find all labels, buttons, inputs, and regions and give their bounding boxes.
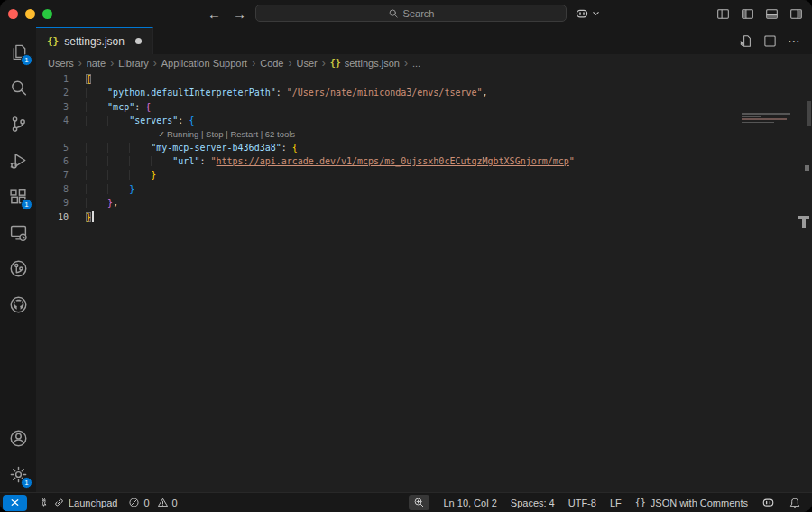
codelens-separator: | [258, 129, 265, 139]
remote-window-button[interactable] [3, 495, 27, 511]
codelens-restart[interactable]: Restart [230, 129, 258, 139]
codelens: ✓Running | Stop | Restart | 62 tools [36, 128, 812, 141]
code-line-6[interactable]: 6 "url": "https://api.arcade.dev/v1/mcps… [36, 154, 812, 168]
search-placeholder: Search [403, 8, 435, 19]
minimap-line [742, 116, 761, 117]
line-number: 3 [36, 100, 69, 114]
search-icon [9, 79, 28, 98]
account-icon [9, 429, 28, 448]
zoom-status-button[interactable] [409, 495, 429, 510]
code-editor[interactable]: 1{2 "python.defaultInterpreterPath": "/U… [36, 71, 812, 492]
breadcrumb-item-users[interactable]: Users [48, 58, 74, 69]
status-bar-right: Ln 10, Col 2 Spaces: 4 UTF-8 LF {} JSON … [409, 495, 812, 510]
breadcrumb-item-application-support[interactable]: Application Support [161, 58, 247, 69]
code-line-2[interactable]: 2 "python.defaultInterpreterPath": "/Use… [36, 86, 812, 99]
customize-layout-button[interactable] [716, 7, 730, 21]
activity-accounts[interactable] [0, 420, 36, 456]
more-actions-button[interactable]: ⋯ [788, 33, 801, 48]
activity-source-control[interactable] [0, 106, 36, 142]
breadcrumb-item-nate[interactable]: nate [87, 58, 106, 69]
tab-label: settings.json [64, 35, 125, 48]
zoom-in-icon [413, 497, 425, 508]
activity-github[interactable] [0, 286, 36, 322]
braces-icon: {} [635, 498, 646, 507]
explorer-badge: 1 [21, 54, 32, 66]
tab-bar: {} settings.json ⋯ [36, 27, 812, 54]
nav-forward-icon[interactable]: → [233, 6, 246, 22]
line-number: 1 [36, 72, 69, 86]
copilot-menu-button[interactable] [575, 0, 600, 27]
activity-settings[interactable]: 1 [0, 456, 36, 492]
activity-extensions[interactable]: 1 [0, 178, 36, 214]
eol-button[interactable]: LF [610, 498, 622, 508]
codelens-62-tools[interactable]: 62 tools [265, 129, 295, 139]
breadcrumb-item--[interactable]: ... [412, 58, 420, 69]
extensions-badge: 1 [21, 199, 32, 210]
codelens-stop[interactable]: Stop [206, 129, 224, 139]
overview-ruler-mark [805, 165, 809, 171]
language-mode-button[interactable]: {} JSON with Comments [635, 498, 748, 508]
search-icon [388, 8, 399, 19]
line-number: 4 [36, 114, 69, 127]
codelens-running[interactable]: Running [167, 129, 198, 139]
code-line-9[interactable]: 9 }, [36, 196, 812, 209]
gitlens-icon [9, 259, 28, 278]
code-line-4[interactable]: 4 "servers": { [36, 114, 812, 127]
notifications-bell-button[interactable] [789, 497, 801, 509]
breadcrumb-item-library[interactable]: Library [118, 58, 149, 69]
source-control-icon [9, 115, 28, 134]
problems-button[interactable]: 0 0 [128, 497, 177, 508]
launchpad-button[interactable]: Launchpad [38, 497, 117, 508]
breadcrumb: Users›nate›Library›Application Support›C… [36, 54, 812, 71]
breadcrumb-separator-icon: › [110, 57, 114, 70]
split-editor-button[interactable] [763, 34, 777, 48]
line-number: 2 [36, 86, 69, 99]
encoding-button[interactable]: UTF-8 [568, 498, 596, 508]
modified-indicator-icon[interactable] [135, 38, 142, 44]
activity-gitlens[interactable] [0, 250, 36, 286]
launchpad-label: Launchpad [69, 498, 117, 508]
minimize-window-button[interactable] [25, 9, 35, 19]
code-line-3[interactable]: 3 "mcp": { [36, 100, 812, 114]
toggle-panel-button[interactable] [765, 7, 779, 21]
line-number: 6 [36, 154, 69, 168]
breadcrumb-item-user[interactable]: User [296, 58, 317, 69]
minimap[interactable] [742, 113, 798, 125]
code-line-1[interactable]: 1{ [36, 72, 812, 86]
breadcrumb-item-code[interactable]: Code [260, 58, 283, 69]
close-window-button[interactable] [8, 9, 18, 19]
breadcrumb-separator-icon: › [78, 57, 82, 70]
tab-settings-json[interactable]: {} settings.json [36, 27, 153, 54]
breadcrumb-separator-icon: › [288, 57, 291, 70]
warning-icon [157, 497, 169, 508]
scrollbar-thumb[interactable] [807, 101, 811, 126]
line-number: 10 [36, 210, 69, 224]
code-line-7[interactable]: 7 } [36, 168, 812, 182]
nav-back-icon[interactable]: ← [208, 6, 221, 22]
activity-explorer[interactable]: 1 [0, 33, 36, 70]
run-debug-icon [9, 151, 28, 170]
breadcrumb-separator-icon: › [252, 57, 255, 70]
cursor-position-button[interactable]: Ln 10, Col 2 [443, 498, 496, 508]
toggle-secondary-sidebar-button[interactable] [789, 7, 803, 21]
command-center-search[interactable]: Search [255, 5, 567, 22]
activity-search[interactable] [0, 70, 36, 106]
activity-run-debug[interactable] [0, 142, 36, 178]
copilot-status-icon[interactable] [761, 496, 775, 509]
code-line-10[interactable]: 10} [36, 210, 812, 224]
vscode-window: ← → Search [0, 0, 812, 512]
warning-count: 0 [172, 498, 178, 508]
breadcrumb-item-settings-json[interactable]: {}settings.json [330, 58, 400, 69]
open-settings-ui-button[interactable] [739, 34, 752, 48]
activity-remote-explorer[interactable] [0, 214, 36, 250]
editor-actions: ⋯ [739, 27, 812, 54]
toggle-primary-sidebar-button[interactable] [741, 7, 754, 21]
minimap-line [742, 118, 787, 120]
code-line-5[interactable]: 5 "my-mcp-server-b436d3a8": { [36, 141, 812, 154]
breadcrumb-separator-icon: › [322, 57, 326, 70]
activity-bar: 1 1 1 [0, 27, 36, 492]
indentation-button[interactable]: Spaces: 4 [511, 498, 555, 508]
titlebar: ← → Search [0, 0, 812, 27]
code-line-8[interactable]: 8 } [36, 182, 812, 196]
maximize-window-button[interactable] [42, 9, 52, 19]
